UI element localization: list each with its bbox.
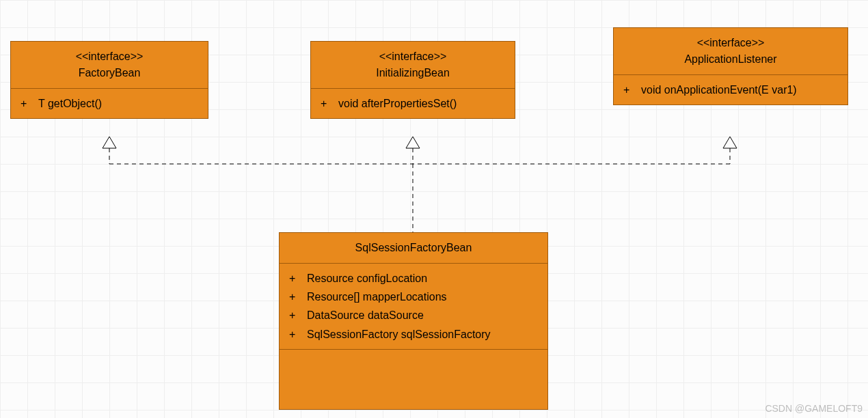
class-title: <<interface>> InitializingBean (311, 42, 515, 89)
stereotype: <<interface>> (16, 48, 202, 65)
method-row: + T getObject() (21, 94, 198, 113)
interface-initializingbean: <<interface>> InitializingBean + void af… (310, 41, 515, 119)
attribute-row: + SqlSessionFactory sqlSessionFactory (289, 325, 538, 344)
attribute-row: + Resource[] mapperLocations (289, 288, 538, 306)
visibility-icon: + (623, 81, 632, 99)
svg-marker-1 (406, 137, 420, 148)
attribute-row: + Resource configLocation (289, 269, 538, 288)
svg-marker-0 (103, 137, 116, 148)
attribute-text: DataSource dataSource (307, 306, 424, 324)
methods-section: + T getObject() (11, 89, 208, 118)
attributes-section: + Resource configLocation + Resource[] m… (280, 264, 547, 350)
visibility-icon: + (289, 306, 297, 324)
class-sqlsessionfactorybean: SqlSessionFactoryBean + Resource configL… (279, 232, 548, 410)
method-row: + void onApplicationEvent(E var1) (623, 81, 838, 99)
class-name: FactoryBean (16, 65, 202, 81)
visibility-icon: + (21, 94, 29, 113)
svg-marker-2 (723, 137, 737, 148)
visibility-icon: + (289, 288, 297, 306)
visibility-icon: + (321, 94, 329, 113)
stereotype: <<interface>> (316, 48, 509, 65)
method-text: void afterPropertiesSet() (338, 94, 457, 113)
class-title: <<interface>> ApplicationListener (614, 28, 847, 75)
interface-factorybean: <<interface>> FactoryBean + T getObject(… (10, 41, 208, 119)
methods-section: + void onApplicationEvent(E var1) (614, 75, 847, 104)
attribute-text: SqlSessionFactory sqlSessionFactory (307, 325, 491, 344)
methods-section: + void afterPropertiesSet() (311, 89, 515, 118)
class-name: InitializingBean (316, 65, 509, 81)
method-row: + void afterPropertiesSet() (321, 94, 505, 113)
class-title: SqlSessionFactoryBean (280, 233, 547, 264)
class-title: <<interface>> FactoryBean (11, 42, 208, 89)
visibility-icon: + (289, 325, 297, 344)
stereotype: <<interface>> (619, 35, 842, 51)
method-text: void onApplicationEvent(E var1) (641, 81, 797, 99)
watermark: CSDN @GAMELOFT9 (765, 403, 863, 414)
class-name: SqlSessionFactoryBean (285, 240, 542, 256)
visibility-icon: + (289, 269, 297, 288)
attribute-text: Resource configLocation (307, 269, 427, 288)
attribute-text: Resource[] mapperLocations (307, 288, 447, 306)
attribute-row: + DataSource dataSource (289, 306, 538, 324)
method-text: T getObject() (38, 94, 102, 113)
class-name: ApplicationListener (619, 51, 842, 68)
methods-section-empty (280, 350, 547, 388)
interface-applicationlistener: <<interface>> ApplicationListener + void… (613, 27, 848, 105)
